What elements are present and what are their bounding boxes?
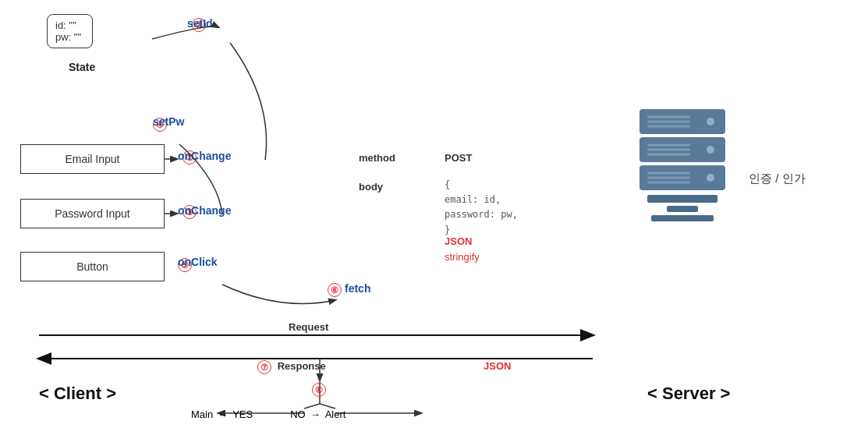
diagram: id: "" pw: "" State setId ② setPw ④ Emai… (0, 0, 868, 435)
button-box: Button (20, 252, 165, 281)
setpw-label: setPw (153, 115, 184, 128)
server-unit-1 (639, 109, 725, 134)
state-id: id: "" (55, 19, 81, 31)
server-unit-2 (639, 137, 725, 162)
state-label: State (69, 61, 95, 73)
state-pw: pw: "" (55, 31, 81, 43)
button-label: Button (76, 260, 108, 273)
response-json-label: JSON (484, 360, 511, 372)
stringify-label: stringify (445, 251, 480, 263)
response-label: Response (278, 360, 326, 372)
onchange3-label: onChange (178, 204, 231, 217)
server-illustration (639, 109, 725, 221)
server-foot (651, 215, 714, 221)
response-num: ⑦ (257, 360, 271, 374)
state-box: id: "" pw: "" (47, 14, 93, 48)
left-arrow-icon: ← (218, 408, 228, 420)
email-input-box: Email Input (20, 144, 165, 174)
code-block: { email: id, password: pw, } (445, 178, 518, 238)
onchange1-label: onChange (178, 150, 231, 162)
alert-label: Alert (325, 408, 346, 420)
json-label: JSON (445, 235, 472, 247)
fetch-num: ⑥ (328, 283, 342, 297)
code-password: password: pw, (445, 207, 518, 222)
main-alert-row: Main ← YES NO → Alert (191, 408, 345, 420)
step8-num: ⑧ (312, 383, 326, 397)
setid-label: setId ② (187, 17, 206, 32)
step8-container: ⑧ (312, 382, 326, 397)
right-arrow-icon: → (310, 408, 321, 420)
server-unit-3 (639, 165, 725, 190)
response-container: ⑦ Response (257, 360, 326, 374)
server-stand (667, 206, 698, 212)
email-input-label: Email Input (65, 153, 119, 165)
fetch-container: ⑥ fetch (328, 282, 342, 297)
onclick-container: onClick ⑤ (178, 256, 192, 272)
auth-label: 인증 / 인가 (749, 172, 806, 186)
setpw-container: setPw ④ (153, 115, 167, 132)
password-input-box: Password Input (20, 199, 165, 228)
yes-label: YES (232, 408, 253, 420)
code-open: { (445, 178, 518, 193)
fetch-label: fetch (345, 282, 370, 295)
no-label: NO (290, 408, 306, 420)
request-label: Request (289, 321, 328, 333)
onchange3-container: onChange ③ (178, 204, 197, 219)
password-input-label: Password Input (55, 207, 130, 220)
onclick-label: onClick (178, 256, 218, 268)
main-label: Main (191, 408, 213, 420)
server-label: < Server > (647, 384, 730, 404)
code-email: email: id, (445, 193, 518, 207)
onchange1-container: onChange ① (178, 150, 197, 164)
client-label: < Client > (39, 384, 116, 404)
server-base (647, 195, 717, 203)
